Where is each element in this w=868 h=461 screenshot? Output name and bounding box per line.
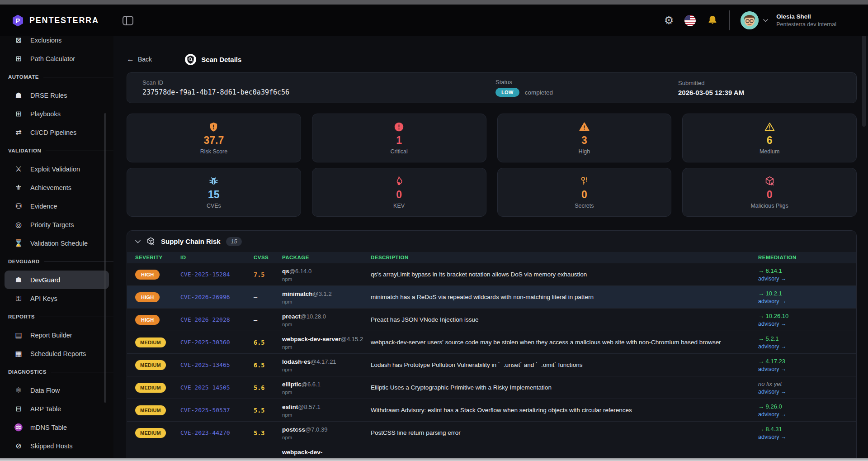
pipeline-icon: ⇄ (14, 128, 24, 137)
stat-card-critical: 1 Critical (312, 114, 486, 162)
sidebar-item-validation-schedule[interactable]: ⌛Validation Schedule (0, 234, 113, 252)
advisory-link[interactable]: advisory → (758, 434, 848, 440)
notifications-button[interactable] (707, 14, 718, 26)
severity-badge: MEDIUM (135, 360, 166, 370)
sidebar-scrollbar[interactable] (104, 113, 106, 403)
money-bag-icon: ⛁ (14, 202, 24, 210)
cvss-score: 6.5 (254, 361, 282, 369)
user-menu[interactable]: Olesia Shell Pentesterra dev internal (741, 11, 836, 29)
user-name: Olesia Shell (776, 13, 836, 20)
back-button[interactable]: ← Back (127, 55, 152, 64)
cve-link[interactable]: CVE-2025-50537 (180, 407, 254, 413)
sidebar-item-scheduled-reports[interactable]: ▦Scheduled Reports (0, 344, 113, 363)
cve-link[interactable]: CVE-2026-26996 (180, 294, 254, 300)
cve-link[interactable]: CVE-2025-14505 (180, 384, 254, 391)
cve-link[interactable]: CVE-2025-30360 (180, 339, 254, 346)
advisory-link[interactable]: advisory → (758, 298, 848, 304)
package-registry: npm (282, 322, 364, 327)
sidebar-section-reports: REPORTS (0, 308, 113, 326)
supply-chain-count-badge: 15 (226, 237, 242, 246)
package-name: elliptic (282, 381, 302, 388)
cvss-score: 6.5 (254, 339, 282, 346)
supply-chain-header[interactable]: Supply Chain Risk 15 (127, 231, 856, 252)
table-row-partial: webpack-dev- (127, 444, 856, 458)
advisory-link[interactable]: advisory → (758, 276, 848, 282)
sidebar-item-api-keys[interactable]: ⚿API Keys (0, 289, 113, 308)
advisory-link[interactable]: advisory → (758, 411, 848, 418)
chevron-down-icon (763, 19, 768, 22)
sidebar-item-exploit-validation[interactable]: ⚔Exploit Validation (0, 160, 113, 178)
cve-link[interactable]: CVE-2026-22028 (180, 316, 254, 323)
sidebar-item-playbooks[interactable]: ⊞Playbooks (0, 105, 113, 123)
cve-link[interactable]: CVE-2025-13465 (180, 361, 254, 368)
sidebar-item-evidence[interactable]: ⛁Evidence (0, 197, 113, 215)
sidebar-item-priority-targets[interactable]: ◎Priority Targets (0, 215, 113, 234)
advisory-link[interactable]: advisory → (758, 343, 848, 350)
table-row: MEDIUM CVE-2023-44270 5.3 postcss@7.0.39… (127, 421, 856, 444)
exclusions-icon: ⊠ (14, 36, 24, 44)
avatar (741, 11, 759, 29)
advisory-link[interactable]: advisory → (758, 389, 848, 395)
file-x-icon: ⊘ (14, 442, 24, 450)
supply-chain-panel: Supply Chain Risk 15 SEVERITY ID CVSS PA… (127, 230, 857, 458)
cve-link[interactable]: CVE-2023-44270 (180, 429, 254, 436)
sidebar-item-report-builder[interactable]: ▤Report Builder (0, 326, 113, 344)
cvss-score: — (254, 316, 282, 323)
back-arrow-icon: ← (127, 55, 134, 64)
table-header: SEVERITY ID CVSS PACKAGE DESCRIPTION REM… (127, 252, 856, 263)
window-title-strip (0, 0, 868, 5)
sidebar: ⊠Exclusions ⊞Path Calculator AUTOMATE ☗D… (0, 36, 113, 458)
vuln-description: Lodash has Prototype Pollution Vulnerabi… (371, 361, 758, 370)
cvss-score: 7.5 (254, 271, 282, 278)
sidebar-item-exclusions[interactable]: ⊠Exclusions (0, 36, 113, 49)
fix-version: → 4.17.23 (758, 358, 848, 365)
sidebar-item-drse-rules[interactable]: ☗DRSE Rules (0, 86, 113, 105)
svg-text:P: P (16, 17, 20, 24)
sidebar-toggle-icon[interactable] (123, 16, 133, 25)
package-name: postcss (282, 426, 305, 433)
language-button[interactable] (684, 15, 696, 26)
cve-link[interactable]: CVE-2025-15284 (180, 271, 254, 278)
vuln-description: Preact has JSON VNode Injection issue (371, 315, 758, 324)
clipboard-clock-icon: ▦ (14, 349, 24, 358)
vuln-description: Withdrawn Advisory: eslint has a Stack O… (371, 406, 758, 415)
sidebar-item-mdns-table[interactable]: ♒mDNS Table (0, 418, 113, 437)
sidebar-item-data-flow[interactable]: ⚛Data Flow (0, 381, 113, 399)
severity-badge: HIGH (135, 292, 160, 302)
stats-grid: 37.7 Risk Score 1 Critical 3 High 6 Medi… (127, 114, 857, 217)
scan-id-label: Scan ID (142, 79, 495, 86)
sidebar-item-achievements[interactable]: ⚜Achievements (0, 178, 113, 197)
target-icon: ◎ (14, 220, 24, 229)
severity-badge: HIGH (135, 270, 160, 280)
table-row: MEDIUM CVE-2025-14505 5.6 elliptic@6.6.1… (127, 376, 856, 399)
sidebar-item-devguard[interactable]: ☗DevGuard (5, 271, 109, 289)
table-row: MEDIUM CVE-2025-30360 6.5 webpack-dev-se… (127, 331, 856, 353)
stat-card-medium: 6 Medium (682, 114, 857, 162)
app-window: P PENTESTERRA ⚙ Olesia Sh (0, 0, 868, 458)
user-org: Pentesterra dev internal (776, 21, 836, 28)
package-name: qs (282, 268, 289, 275)
severity-badge: MEDIUM (135, 337, 166, 347)
collapse-chevron-icon[interactable] (135, 240, 141, 243)
sidebar-item-cicd-pipelines[interactable]: ⇄CI/CD Pipelines (0, 123, 113, 142)
advisory-link[interactable]: advisory → (758, 321, 848, 327)
sidebar-section-diagnostics: DIAGNOSTICS (0, 363, 113, 381)
advisory-link[interactable]: advisory → (758, 366, 848, 372)
sidebar-section-devguard: DEVGUARD (0, 252, 113, 271)
bug-icon (208, 176, 219, 187)
shield-icon: ☗ (14, 91, 24, 100)
sidebar-item-skipped-hosts[interactable]: ⊘Skipped Hosts (0, 437, 113, 455)
brand[interactable]: P PENTESTERRA (12, 14, 99, 27)
alert-circle-icon (393, 121, 405, 133)
stat-card-cves: 15 CVEs (127, 168, 301, 217)
calculator-icon: ⊞ (14, 109, 24, 118)
settings-button[interactable]: ⚙ (664, 15, 674, 26)
brand-logo-icon: P (12, 14, 24, 27)
package-name: lodash-es (282, 358, 311, 365)
sidebar-item-arp-table[interactable]: ⊟ARP Table (0, 399, 113, 418)
fix-version: no fix yet (758, 380, 848, 387)
page-title: Scan Details (201, 56, 241, 63)
package-name: webpack-dev-server (282, 336, 341, 342)
vuln-description: minimatch has a ReDoS via repeated wildc… (371, 293, 758, 302)
sidebar-item-path-calculator[interactable]: ⊞Path Calculator (0, 49, 113, 68)
